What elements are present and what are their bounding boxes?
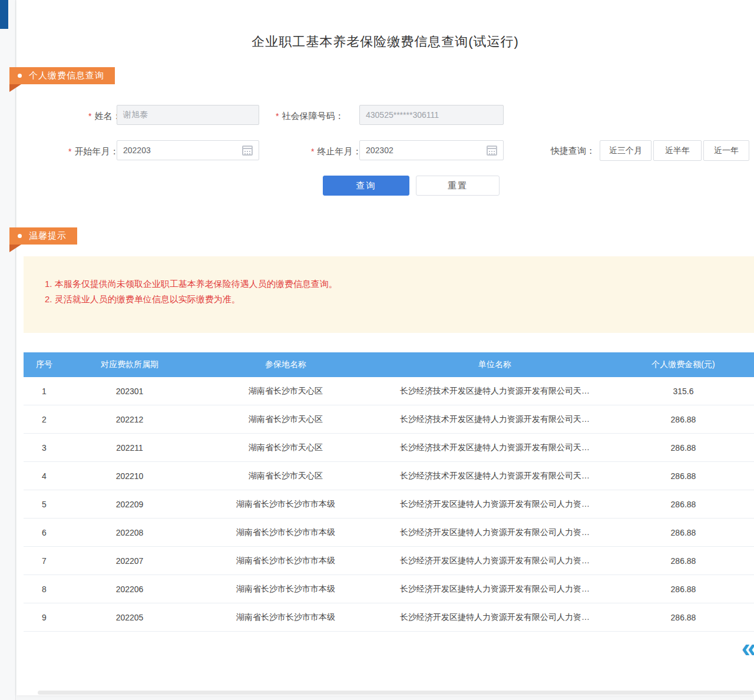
cell-company: 长沙经济开发区捷特人力资源开发有限公司人力资…	[377, 527, 613, 538]
cell-company: 长沙经济技术开发区捷特人力资源开发有限公司天…	[377, 386, 613, 397]
end-date-label: *终止年月：	[311, 146, 361, 157]
calendar-icon[interactable]	[487, 146, 497, 156]
cell-company: 长沙经济开发区捷特人力资源开发有限公司人力资…	[377, 556, 613, 566]
cell-period: 202301	[65, 387, 194, 396]
start-date-label: *开始年月：	[68, 146, 118, 157]
cell-index: 8	[24, 585, 65, 594]
table-row: 1 202301 湖南省长沙市天心区 长沙经济技术开发区捷特人力资源开发有限公司…	[24, 377, 754, 405]
quick-query-label: 快捷查询：	[551, 146, 595, 157]
ssn-label: *社会保障号码：	[276, 111, 343, 122]
end-date-input[interactable]: 202302	[359, 140, 504, 160]
bullet-dot-icon	[18, 74, 22, 78]
table-row: 2 202212 湖南省长沙市天心区 长沙经济技术开发区捷特人力资源开发有限公司…	[24, 405, 754, 434]
table-header: 参保地名称	[194, 359, 377, 370]
reset-button[interactable]: 重置	[416, 176, 500, 196]
required-asterisk: *	[276, 111, 279, 121]
table-header: 单位名称	[377, 359, 613, 370]
tips-notice: 1. 本服务仅提供尚未领取企业职工基本养老保险待遇人员的缴费信息查询。 2. 灵…	[24, 256, 754, 333]
start-date-input[interactable]: 202203	[117, 140, 259, 160]
table-header: 对应费款所属期	[65, 359, 194, 370]
cell-region: 湖南省长沙市长沙市市本级	[194, 612, 377, 623]
cell-amount: 286.88	[613, 471, 754, 481]
section-badge-tips: 温馨提示	[9, 227, 77, 245]
cell-region: 湖南省长沙市长沙市市本级	[194, 584, 377, 595]
cell-period: 202207	[65, 556, 194, 566]
cell-index: 6	[24, 528, 65, 537]
cell-period: 202209	[65, 500, 194, 509]
name-input[interactable]: 谢旭泰	[117, 105, 259, 125]
table-row: 5 202209 湖南省长沙市长沙市市本级 长沙经济开发区捷特人力资源开发有限公…	[24, 490, 754, 519]
cell-period: 202212	[65, 415, 194, 424]
page-title: 企业职工基本养老保险缴费信息查询(试运行)	[16, 33, 754, 51]
main-card: 企业职工基本养老保险缴费信息查询(试运行) *姓名： 谢旭泰 *社会保障号码： …	[16, 0, 754, 695]
cell-period: 202208	[65, 528, 194, 537]
cell-index: 3	[24, 443, 65, 453]
quick-1year-button[interactable]: 近一年	[703, 140, 749, 161]
calendar-icon[interactable]	[242, 146, 253, 156]
cell-index: 2	[24, 415, 65, 424]
cell-company: 长沙经济技术开发区捷特人力资源开发有限公司天…	[377, 414, 613, 425]
table-row: 3 202211 湖南省长沙市天心区 长沙经济技术开发区捷特人力资源开发有限公司…	[24, 434, 754, 462]
table-header: 个人缴费金额(元)	[613, 359, 754, 370]
cell-region: 湖南省长沙市天心区	[194, 414, 377, 425]
cell-index: 9	[24, 613, 65, 622]
table-row: 6 202208 湖南省长沙市长沙市市本级 长沙经济开发区捷特人力资源开发有限公…	[24, 519, 754, 547]
cell-region: 湖南省长沙市天心区	[194, 443, 377, 453]
quick-3months-button[interactable]: 近三个月	[600, 140, 652, 161]
section-badge-query: 个人缴费信息查询	[9, 67, 115, 84]
cell-company: 长沙经济开发区捷特人力资源开发有限公司人力资…	[377, 584, 613, 595]
ssn-input[interactable]: 430525******306111	[359, 105, 504, 125]
cell-region: 湖南省长沙市长沙市市本级	[194, 499, 377, 510]
badge-fold	[9, 245, 21, 252]
cell-company: 长沙经济技术开发区捷特人力资源开发有限公司天…	[377, 443, 613, 453]
cell-period: 202205	[65, 613, 194, 622]
cell-region: 湖南省长沙市长沙市市本级	[194, 556, 377, 566]
table-header: 序号	[24, 359, 65, 370]
cell-period: 202206	[65, 585, 194, 594]
payment-table: 序号 对应费款所属期 参保地名称 单位名称 个人缴费金额(元) 1 202301…	[24, 352, 754, 632]
cell-amount: 286.88	[613, 500, 754, 509]
quick-6months-button[interactable]: 近半年	[653, 140, 702, 161]
cell-amount: 286.88	[613, 585, 754, 594]
cell-period: 202210	[65, 471, 194, 481]
horizontal-scrollbar[interactable]	[38, 691, 754, 695]
pension-query-page: 企业职工基本养老保险缴费信息查询(试运行) *姓名： 谢旭泰 *社会保障号码： …	[0, 0, 754, 700]
cell-company: 长沙经济开发区捷特人力资源开发有限公司人力资…	[377, 612, 613, 623]
left-rail-accent	[0, 0, 8, 29]
cell-period: 202211	[65, 443, 194, 453]
cell-company: 长沙经济开发区捷特人力资源开发有限公司人力资…	[377, 499, 613, 510]
cell-amount: 286.88	[613, 443, 754, 453]
query-button[interactable]: 查询	[323, 176, 409, 196]
table-row: 9 202205 湖南省长沙市长沙市市本级 长沙经济开发区捷特人力资源开发有限公…	[24, 603, 754, 632]
cell-region: 湖南省长沙市天心区	[194, 386, 377, 397]
required-asterisk: *	[68, 147, 71, 156]
table-row: 8 202206 湖南省长沙市长沙市市本级 长沙经济开发区捷特人力资源开发有限公…	[24, 575, 754, 603]
required-asterisk: *	[88, 111, 91, 121]
cell-amount: 286.88	[613, 528, 754, 537]
cell-index: 7	[24, 556, 65, 566]
cell-index: 5	[24, 500, 65, 509]
table-row: 7 202207 湖南省长沙市长沙市市本级 长沙经济开发区捷特人力资源开发有限公…	[24, 547, 754, 575]
cell-region: 湖南省长沙市长沙市市本级	[194, 527, 377, 538]
cell-amount: 286.88	[613, 556, 754, 566]
cell-company: 长沙经济技术开发区捷特人力资源开发有限公司天…	[377, 471, 613, 481]
table-header-row: 序号 对应费款所属期 参保地名称 单位名称 个人缴费金额(元)	[24, 352, 754, 377]
collapse-chevron-icon[interactable]: «	[741, 634, 754, 661]
cell-amount: 286.88	[613, 613, 754, 622]
badge-fold	[9, 84, 21, 92]
tips-line: 2. 灵活就业人员的缴费单位信息以实际缴费为准。	[45, 292, 754, 307]
bullet-dot-icon	[18, 234, 22, 238]
cell-amount: 286.88	[613, 415, 754, 424]
cell-index: 4	[24, 471, 65, 481]
required-asterisk: *	[311, 147, 314, 156]
tips-line: 1. 本服务仅提供尚未领取企业职工基本养老保险待遇人员的缴费信息查询。	[45, 276, 754, 292]
left-rail	[0, 0, 16, 700]
table-body: 1 202301 湖南省长沙市天心区 长沙经济技术开发区捷特人力资源开发有限公司…	[24, 377, 754, 632]
cell-amount: 315.6	[613, 387, 754, 396]
cell-index: 1	[24, 387, 65, 396]
cell-region: 湖南省长沙市天心区	[194, 471, 377, 481]
table-row: 4 202210 湖南省长沙市天心区 长沙经济技术开发区捷特人力资源开发有限公司…	[24, 462, 754, 490]
